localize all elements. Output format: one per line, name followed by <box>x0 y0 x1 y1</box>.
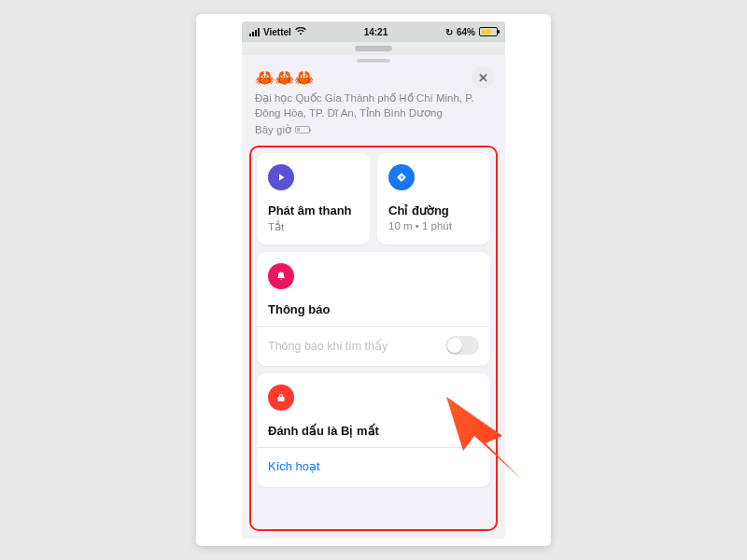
mark-as-lost-title: Đánh dấu là Bị mất <box>268 424 479 438</box>
notify-when-found-label: Thông báo khi tìm thấy <box>268 339 388 353</box>
clock: 14:21 <box>364 27 388 37</box>
mark-as-lost-card: Đánh dấu là Bị mất Kích hoạt <box>257 373 490 487</box>
close-icon: ✕ <box>478 71 488 85</box>
bell-icon <box>268 263 294 289</box>
battery-icon <box>479 27 498 36</box>
play-sound-subtitle: Tắt <box>268 220 359 233</box>
device-address: Đại học Quốc Gia Thành phố Hồ Chí Minh, … <box>255 91 492 120</box>
play-sound-card[interactable]: Phát âm thanh Tắt <box>257 153 370 245</box>
signal-bars-icon <box>249 28 260 36</box>
play-sound-title: Phát âm thanh <box>268 203 359 217</box>
play-icon <box>268 164 294 190</box>
device-title: 🦀🦀🦀 <box>255 68 492 88</box>
directions-subtitle: 10 m • 1 phút <box>388 220 479 231</box>
notifications-title: Thông báo <box>268 302 479 316</box>
battery-pct: 64% <box>457 27 475 37</box>
annotation-highlight-box: Phát âm thanh Tắt Chỉ đường 10 m • 1 phú… <box>249 146 498 531</box>
sheet-grabber[interactable] <box>357 59 390 63</box>
wifi-icon <box>295 26 306 37</box>
notify-toggle[interactable] <box>445 336 479 355</box>
lock-icon <box>268 385 294 411</box>
directions-card[interactable]: Chỉ đường 10 m • 1 phút <box>377 153 490 245</box>
orientation-lock-icon: ↻ <box>445 27 453 37</box>
activate-link: Kích hoạt <box>268 459 320 473</box>
map-background <box>242 42 505 55</box>
screenshot-frame: Viettel 14:21 ↻ 64% ✕ 🦀🦀🦀 <box>196 14 551 546</box>
bottom-sheet: ✕ 🦀🦀🦀 Đại học Quốc Gia Thành phố Hồ Chí … <box>242 48 505 539</box>
device-battery-icon <box>295 126 310 133</box>
carrier-label: Viettel <box>263 27 291 37</box>
directions-icon <box>388 164 415 190</box>
notifications-card: Thông báo Thông báo khi tìm thấy <box>257 252 490 366</box>
last-seen: Bây giờ <box>255 123 492 136</box>
activate-row[interactable]: Kích hoạt <box>268 448 479 482</box>
notify-when-found-row[interactable]: Thông báo khi tìm thấy <box>268 327 479 360</box>
directions-title: Chỉ đường <box>388 203 479 217</box>
phone-screen: Viettel 14:21 ↻ 64% ✕ 🦀🦀🦀 <box>242 21 505 539</box>
close-button[interactable]: ✕ <box>472 66 494 89</box>
status-bar: Viettel 14:21 ↻ 64% <box>242 21 505 42</box>
map-pill-icon <box>355 46 392 51</box>
